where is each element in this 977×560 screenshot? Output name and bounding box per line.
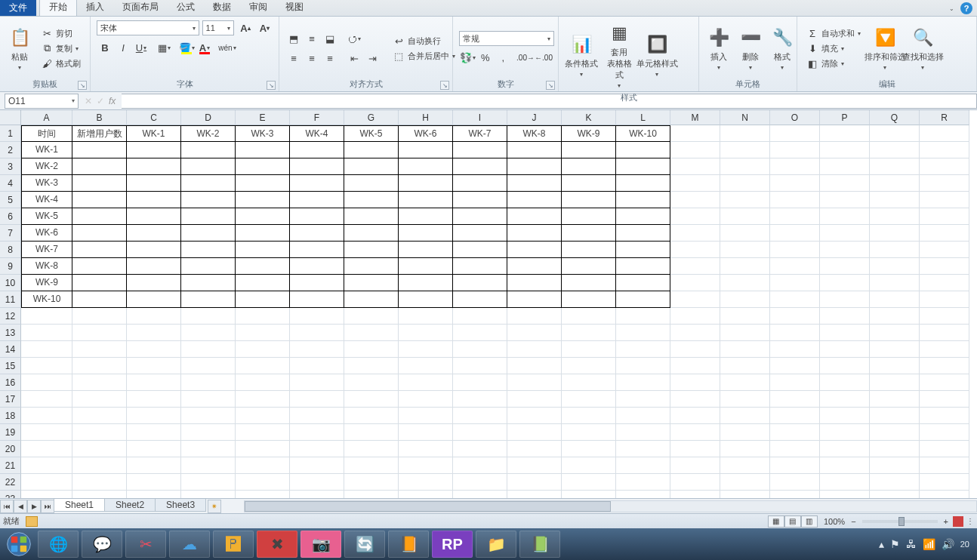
- merge-center-button[interactable]: ⬚合并后居中▾: [390, 49, 458, 63]
- cell-O22[interactable]: [770, 474, 820, 491]
- cell-D12[interactable]: [181, 308, 236, 325]
- row-header-5[interactable]: 5: [0, 192, 21, 208]
- cell-Q19[interactable]: [870, 424, 920, 441]
- cell-A10[interactable]: WK-9: [21, 275, 72, 291]
- cell-I3[interactable]: [453, 158, 507, 175]
- cell-I9[interactable]: [453, 258, 507, 275]
- sheet-tab-sheet2[interactable]: Sheet2: [104, 499, 156, 512]
- cell-J6[interactable]: [507, 208, 562, 225]
- cell-E22[interactable]: [236, 474, 290, 491]
- cell-B6[interactable]: [72, 208, 127, 225]
- autosum-button[interactable]: Σ自动求和▾: [803, 26, 864, 40]
- cell-A6[interactable]: WK-5: [21, 208, 72, 225]
- taskbar-app-6[interactable]: ✖: [257, 531, 297, 558]
- horizontal-scrollbar[interactable]: [244, 500, 977, 512]
- italic-button[interactable]: I: [115, 39, 131, 56]
- cell-J8[interactable]: [507, 242, 562, 258]
- cell-G20[interactable]: [344, 441, 399, 457]
- cell-P12[interactable]: [820, 308, 870, 325]
- cell-J2[interactable]: [507, 142, 562, 158]
- cell-M13[interactable]: [670, 325, 720, 341]
- cell-D3[interactable]: [181, 158, 236, 175]
- cell-J13[interactable]: [507, 325, 562, 341]
- cell-R1[interactable]: [920, 125, 969, 142]
- cell-D2[interactable]: [181, 142, 236, 158]
- cell-F13[interactable]: [290, 325, 344, 341]
- cell-B11[interactable]: [72, 291, 127, 308]
- cell-N2[interactable]: [720, 142, 770, 158]
- cell-B10[interactable]: [72, 275, 127, 291]
- tab-view[interactable]: 视图: [276, 0, 313, 16]
- cell-G11[interactable]: [344, 291, 399, 308]
- tray-wifi-icon[interactable]: 📶: [923, 538, 935, 550]
- cell-F15[interactable]: [290, 358, 344, 374]
- cell-H10[interactable]: [399, 275, 453, 291]
- cell-Q21[interactable]: [870, 457, 920, 474]
- cell-R11[interactable]: [920, 291, 969, 308]
- cell-L17[interactable]: [616, 391, 670, 408]
- cell-P13[interactable]: [820, 325, 870, 341]
- col-header-N[interactable]: N: [720, 110, 770, 125]
- cell-B3[interactable]: [72, 158, 127, 175]
- cell-N4[interactable]: [720, 175, 770, 192]
- cell-L8[interactable]: [616, 242, 670, 258]
- cell-F20[interactable]: [290, 441, 344, 457]
- cell-M23[interactable]: [670, 491, 720, 498]
- cell-D19[interactable]: [181, 424, 236, 441]
- cell-E9[interactable]: [236, 258, 290, 275]
- cell-J7[interactable]: [507, 225, 562, 242]
- cell-C1[interactable]: WK-1: [127, 125, 181, 142]
- cell-O3[interactable]: [770, 158, 820, 175]
- cell-I8[interactable]: [453, 242, 507, 258]
- cell-H15[interactable]: [399, 358, 453, 374]
- cell-L10[interactable]: [616, 275, 670, 291]
- cell-M1[interactable]: [670, 125, 720, 142]
- row-header-4[interactable]: 4: [0, 175, 21, 192]
- cell-J23[interactable]: [507, 491, 562, 498]
- cell-D1[interactable]: WK-2: [181, 125, 236, 142]
- cell-D10[interactable]: [181, 275, 236, 291]
- cell-N18[interactable]: [720, 408, 770, 424]
- sheet-tab-sheet1[interactable]: Sheet1: [54, 499, 105, 512]
- cell-H11[interactable]: [399, 291, 453, 308]
- cell-N9[interactable]: [720, 258, 770, 275]
- cell-E8[interactable]: [236, 242, 290, 258]
- cell-F6[interactable]: [290, 208, 344, 225]
- taskbar-app-10[interactable]: RP: [432, 531, 473, 558]
- cell-E1[interactable]: WK-3: [236, 125, 290, 142]
- cell-F3[interactable]: [290, 158, 344, 175]
- cell-B22[interactable]: [72, 474, 127, 491]
- cell-C19[interactable]: [127, 424, 181, 441]
- cell-F12[interactable]: [290, 308, 344, 325]
- cell-M10[interactable]: [670, 275, 720, 291]
- cell-O21[interactable]: [770, 457, 820, 474]
- cell-A3[interactable]: WK-2: [21, 158, 72, 175]
- cell-F2[interactable]: [290, 142, 344, 158]
- cell-C16[interactable]: [127, 374, 181, 391]
- cell-P20[interactable]: [820, 441, 870, 457]
- cell-N7[interactable]: [720, 225, 770, 242]
- cell-Q15[interactable]: [870, 358, 920, 374]
- cell-P2[interactable]: [820, 142, 870, 158]
- decrease-font-icon[interactable]: A▾: [257, 20, 273, 36]
- cell-O10[interactable]: [770, 275, 820, 291]
- align-left-icon[interactable]: ≡: [285, 50, 302, 66]
- cell-R14[interactable]: [920, 341, 969, 358]
- cell-I20[interactable]: [453, 441, 507, 457]
- cell-Q17[interactable]: [870, 391, 920, 408]
- view-normal-icon[interactable]: ▦: [768, 515, 784, 528]
- cell-E13[interactable]: [236, 325, 290, 341]
- sheet-tab-sheet3[interactable]: Sheet3: [155, 499, 206, 512]
- cell-L1[interactable]: WK-10: [616, 125, 670, 142]
- cell-J22[interactable]: [507, 474, 562, 491]
- cell-N22[interactable]: [720, 474, 770, 491]
- cell-K3[interactable]: [562, 158, 616, 175]
- cell-R21[interactable]: [920, 457, 969, 474]
- decrease-decimal-icon[interactable]: ←.00: [535, 49, 552, 66]
- cell-L18[interactable]: [616, 408, 670, 424]
- cell-G13[interactable]: [344, 325, 399, 341]
- cell-J9[interactable]: [507, 258, 562, 275]
- cell-B17[interactable]: [72, 391, 127, 408]
- percent-format-icon[interactable]: %: [477, 49, 494, 66]
- cell-styles-button[interactable]: 🔲单元格样式▾: [640, 20, 673, 91]
